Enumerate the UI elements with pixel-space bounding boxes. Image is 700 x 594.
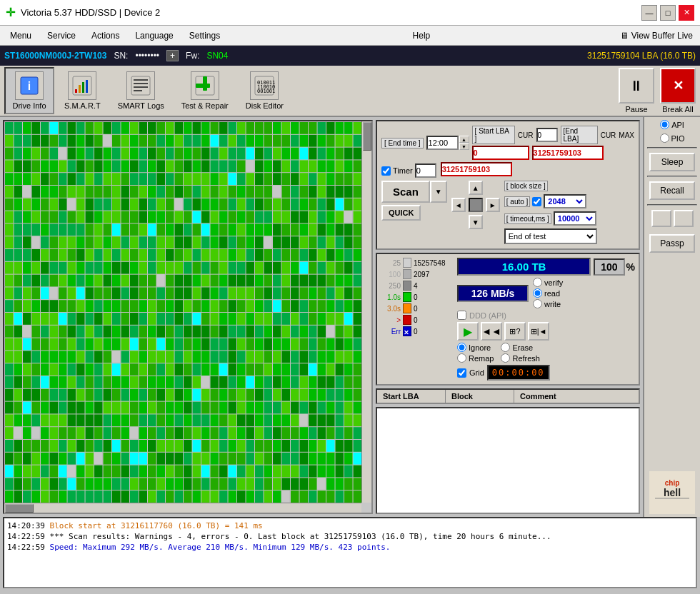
ignore-radio[interactable]: [457, 343, 466, 352]
small-btn-2[interactable]: [674, 210, 694, 227]
status-bar: ST16000NM000J-2TW103 SN: •••••••• + Fw: …: [0, 46, 700, 66]
view-buffer-button[interactable]: 🖥 View Buffer Live: [616, 29, 697, 42]
menu-item-settings[interactable]: Settings: [182, 29, 227, 42]
read-radio[interactable]: [533, 288, 542, 298]
timing-label-3s: 3.0s: [381, 305, 401, 313]
scrollbar-thumb-v[interactable]: [363, 122, 371, 151]
grid-checkbox[interactable]: [457, 368, 466, 378]
timer-label: Timer: [393, 166, 413, 175]
time-spin-up[interactable]: ▲: [459, 136, 469, 143]
erase-option[interactable]: Erase: [501, 343, 540, 352]
timer-checkbox[interactable]: [381, 166, 391, 176]
pause-button[interactable]: ⏸: [619, 68, 654, 104]
svg-text:i: i: [28, 80, 31, 92]
pause-label: Pause: [625, 105, 647, 114]
recall-button[interactable]: Recall: [649, 181, 695, 200]
title-controls: — □ ✕: [641, 5, 694, 21]
scan-button[interactable]: Scan: [381, 181, 430, 203]
block-size-select[interactable]: 2048: [544, 194, 586, 208]
col-block: Block: [446, 390, 514, 403]
end-of-test-select[interactable]: End of test: [504, 228, 597, 244]
break-all-button[interactable]: ✕: [660, 68, 696, 104]
write-option[interactable]: write: [533, 299, 563, 308]
verify-radio[interactable]: [533, 278, 542, 287]
erase-radio[interactable]: [501, 343, 510, 352]
break-all-label: Break All: [662, 105, 693, 114]
api-radio[interactable]: [660, 120, 669, 129]
timer-input[interactable]: [415, 163, 436, 178]
timer-lba-input[interactable]: [441, 162, 512, 176]
ignore-option[interactable]: Ignore: [457, 343, 494, 352]
fw-value: SN04: [206, 51, 228, 61]
play-button[interactable]: ▶: [457, 322, 479, 341]
far-right-panel: API PIO Sleep Recall Passp chip hell: [643, 117, 700, 517]
end-lba-input[interactable]: [532, 146, 604, 160]
refresh-option[interactable]: Refresh: [501, 353, 540, 363]
scrollbar-thumb-h[interactable]: [5, 504, 34, 513]
drive-info-button[interactable]: i Drive Info: [4, 67, 54, 114]
direction-down[interactable]: ▼: [469, 215, 483, 229]
pio-radio[interactable]: [660, 134, 669, 143]
timing-bar-3s: [403, 303, 411, 313]
direction-center: [469, 198, 483, 212]
verify-option[interactable]: verify: [533, 278, 563, 287]
test-repair-button[interactable]: Test & Repair: [174, 67, 236, 114]
svg-rect-8: [134, 79, 148, 81]
passp-button[interactable]: Passp: [649, 234, 695, 253]
disk-editor-label: Disk Editor: [246, 101, 284, 110]
vertical-scrollbar[interactable]: [361, 121, 371, 503]
small-btn-1[interactable]: [651, 210, 671, 227]
toolbar: i Drive Info S.M.A.R.T SMART Logs Test &…: [0, 66, 700, 117]
skip-button[interactable]: ⊞|◄: [528, 322, 549, 341]
col-start-lba: Start LBA: [377, 390, 446, 403]
auto-checkbox[interactable]: [532, 197, 541, 206]
start-lba-input[interactable]: [472, 146, 529, 160]
logo-area: chip hell: [649, 471, 695, 514]
drive-info-icon: i: [15, 71, 44, 100]
read-option[interactable]: read: [533, 288, 563, 298]
timing-label-25: 25: [381, 259, 401, 267]
menu-item-help[interactable]: Help: [406, 29, 438, 42]
maximize-button[interactable]: □: [660, 5, 676, 21]
menu-item-menu[interactable]: Menu: [3, 29, 39, 42]
timing-bar-1s: [403, 292, 411, 302]
mbs-display: 126 MB/s: [457, 285, 529, 302]
timeout-select[interactable]: 10000: [554, 211, 596, 226]
direction-up[interactable]: ▲: [469, 181, 483, 195]
pio-option[interactable]: PIO: [660, 134, 685, 143]
smart-logs-button[interactable]: SMART Logs: [111, 67, 171, 114]
close-button[interactable]: ✕: [679, 5, 694, 21]
remap-option[interactable]: Remap: [457, 353, 494, 363]
refresh-radio[interactable]: [501, 353, 510, 363]
log-line: 14:20:39 Block start at 31216117760 (16.…: [7, 521, 693, 530]
timing-bar-gt: [403, 315, 411, 325]
timing-bar-25: [403, 258, 411, 268]
remap-radio[interactable]: [457, 353, 466, 363]
unknown-button[interactable]: ⊞?: [504, 322, 526, 341]
minimize-button[interactable]: —: [641, 5, 657, 21]
end-time-input[interactable]: [426, 136, 459, 150]
sleep-button[interactable]: Sleep: [649, 153, 695, 171]
percent-display: 100: [594, 258, 624, 276]
timeout-label: [ timeout,ms ]: [504, 213, 551, 224]
write-radio[interactable]: [533, 299, 542, 308]
scan-dropdown-button[interactable]: ▼: [430, 181, 447, 203]
disk-editor-button[interactable]: 010011011001010010011 Disk Editor: [239, 67, 291, 114]
horizontal-scrollbar[interactable]: [4, 503, 361, 513]
api-option[interactable]: API: [660, 120, 684, 129]
ddd-checkbox[interactable]: [457, 311, 466, 320]
start-lba-bracket: [ Start LBA ]: [472, 126, 515, 144]
quick-button[interactable]: QUICK: [381, 205, 421, 221]
direction-right[interactable]: ►: [486, 198, 500, 212]
menu-item-actions[interactable]: Actions: [84, 29, 126, 42]
add-device-button[interactable]: +: [166, 50, 179, 61]
menu-item-language[interactable]: Language: [128, 29, 180, 42]
menu-item-service[interactable]: Service: [40, 29, 83, 42]
rewind-button[interactable]: ◄◄: [481, 322, 502, 341]
grid-timer-row: Grid 00:00:00: [457, 365, 635, 381]
time-spin-down[interactable]: ▼: [459, 143, 469, 150]
timing-row-25: 25 15257548: [381, 258, 453, 268]
cur-value[interactable]: [536, 128, 558, 142]
smart-button[interactable]: S.M.A.R.T: [57, 67, 108, 114]
direction-left[interactable]: ◄: [451, 198, 466, 212]
